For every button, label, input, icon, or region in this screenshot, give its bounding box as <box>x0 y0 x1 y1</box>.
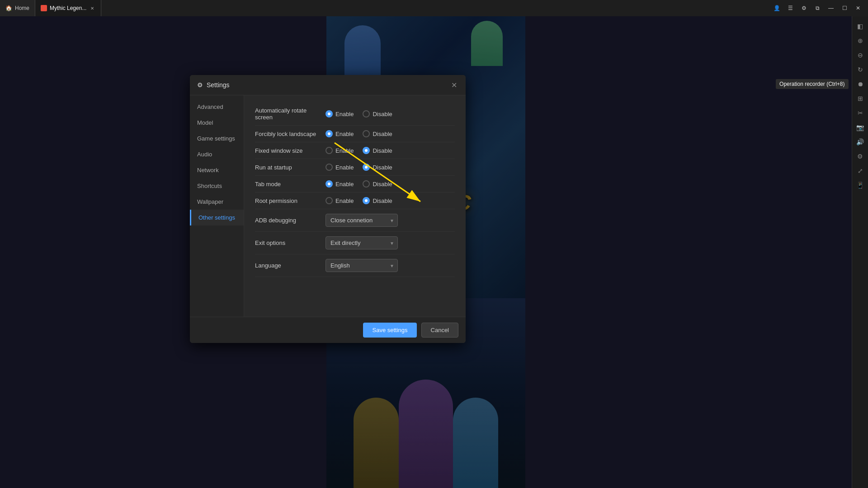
adb-debugging-label: ADB debugging <box>255 217 318 224</box>
run-startup-disable-radio[interactable] <box>363 164 370 171</box>
minimize-button[interactable]: — <box>825 4 837 13</box>
auto-rotate-enable[interactable]: Enable <box>326 110 354 117</box>
rotate-button[interactable]: ↻ <box>854 63 867 76</box>
run-startup-label: Run at startup <box>255 164 318 171</box>
run-startup-enable-radio[interactable] <box>326 164 333 171</box>
root-permission-enable[interactable]: Enable <box>326 197 354 204</box>
root-permission-controls: Enable Disable <box>326 197 455 204</box>
fixed-window-enable[interactable]: Enable <box>326 147 354 154</box>
nav-item-wallpaper[interactable]: Wallpaper <box>190 194 244 210</box>
fixed-window-enable-radio[interactable] <box>326 147 333 154</box>
settings-side-icon: ⚙ <box>857 153 863 160</box>
nav-item-shortcuts[interactable]: Shortcuts <box>190 178 244 194</box>
setting-auto-rotate: Automatically rotate screen Enable Disab… <box>255 103 455 126</box>
scissors-icon: ✂ <box>858 109 863 117</box>
grid-button[interactable]: ⊞ <box>854 92 867 105</box>
settings-gear-icon: ⚙ <box>197 81 203 89</box>
nav-item-other-settings[interactable]: Other settings <box>190 210 244 225</box>
run-startup-disable[interactable]: Disable <box>363 164 392 171</box>
exit-options-select[interactable]: Exit directly Minimize to tray Ask every… <box>326 236 398 249</box>
forcibly-lock-disable[interactable]: Disable <box>363 130 392 137</box>
settings-side-button[interactable]: ⚙ <box>854 150 867 163</box>
setting-tab-mode: Tab mode Enable Disable <box>255 176 455 192</box>
auto-rotate-disable-radio[interactable] <box>363 110 370 117</box>
adb-debugging-controls: Close connetion Open connection ▼ <box>326 214 455 227</box>
user-profile-button[interactable]: 👤 <box>770 4 783 13</box>
adb-debugging-select[interactable]: Close connetion Open connection <box>326 214 398 227</box>
root-permission-disable-radio[interactable] <box>363 197 370 204</box>
tab-mode-disable-radio[interactable] <box>363 180 370 188</box>
settings-button[interactable]: ⚙ <box>797 4 810 13</box>
tab-mythic-label: Mythic Legen... <box>50 5 86 11</box>
close-button[interactable]: ✕ <box>852 4 864 13</box>
fixed-window-disable[interactable]: Disable <box>363 147 392 154</box>
camera-icon: 📷 <box>856 124 864 131</box>
sidebar-toggle-icon: ◧ <box>857 23 863 30</box>
tab-mode-enable-label: Enable <box>335 181 354 188</box>
forcibly-lock-enable[interactable]: Enable <box>326 130 354 137</box>
dialog-title-area: ⚙ Settings <box>197 81 230 89</box>
resize-button[interactable]: ⤢ <box>854 164 867 177</box>
scissors-button[interactable]: ✂ <box>854 107 867 119</box>
tab-mythic[interactable]: Mythic Legen... ✕ <box>35 0 101 16</box>
fixed-window-enable-label: Enable <box>335 147 354 154</box>
fixed-window-disable-label: Disable <box>373 147 392 154</box>
sidebar-toggle-button[interactable]: ◧ <box>854 20 867 33</box>
tab-close-button[interactable]: ✕ <box>89 5 95 11</box>
setting-language: Language English Chinese Japanese Korean… <box>255 254 455 277</box>
pip-button[interactable]: ⧉ <box>811 4 824 13</box>
language-select[interactable]: English Chinese Japanese Korean <box>326 259 398 272</box>
language-dropdown-wrapper: English Chinese Japanese Korean ▼ <box>326 259 398 272</box>
phone-button[interactable]: 📱 <box>854 179 867 192</box>
nav-item-network[interactable]: Network <box>190 162 244 178</box>
tab-mode-enable[interactable]: Enable <box>326 180 354 188</box>
nav-item-advanced[interactable]: Advanced <box>190 99 244 115</box>
exit-options-controls: Exit directly Minimize to tray Ask every… <box>326 236 455 249</box>
tab-mode-label: Tab mode <box>255 181 318 188</box>
tab-bar: 🏠 Home Mythic Legen... ✕ <box>0 0 767 16</box>
fixed-window-disable-radio[interactable] <box>363 147 370 154</box>
tab-mode-controls: Enable Disable <box>326 180 455 188</box>
auto-rotate-label: Automatically rotate screen <box>255 107 318 121</box>
dialog-close-button[interactable]: ✕ <box>449 80 458 89</box>
save-settings-button[interactable]: Save settings <box>363 323 416 338</box>
dialog-footer: Save settings Cancel <box>190 317 466 343</box>
settings-nav: Advanced Model Game settings Audio Netwo… <box>190 95 244 317</box>
tab-mode-enable-radio[interactable] <box>326 180 333 188</box>
nav-item-model[interactable]: Model <box>190 115 244 131</box>
cancel-button[interactable]: Cancel <box>421 323 458 338</box>
zoom-in-button[interactable]: ⊕ <box>854 34 867 47</box>
nav-item-audio[interactable]: Audio <box>190 146 244 162</box>
forcibly-lock-enable-radio[interactable] <box>326 130 333 137</box>
setting-adb-debugging: ADB debugging Close connetion Open conne… <box>255 209 455 232</box>
language-label: Language <box>255 262 318 269</box>
zoom-out-icon: ⊖ <box>858 52 863 59</box>
run-startup-enable[interactable]: Enable <box>326 164 354 171</box>
tab-home[interactable]: 🏠 Home <box>0 0 35 16</box>
settings-content-panel: Automatically rotate screen Enable Disab… <box>244 95 466 317</box>
operation-recorder-button[interactable]: ⏺ Operation recorder (Ctrl+8) <box>854 78 867 90</box>
root-permission-enable-radio[interactable] <box>326 197 333 204</box>
zoom-in-icon: ⊕ <box>858 37 863 44</box>
setting-fixed-window: Fixed window size Enable Disable <box>255 142 455 159</box>
maximize-button[interactable]: ☐ <box>838 4 851 13</box>
zoom-out-button[interactable]: ⊖ <box>854 49 867 61</box>
setting-exit-options: Exit options Exit directly Minimize to t… <box>255 232 455 254</box>
nav-item-game-settings[interactable]: Game settings <box>190 131 244 146</box>
setting-forcibly-lock: Forcibly lock landscape Enable Disable <box>255 126 455 142</box>
tab-home-label: Home <box>15 5 29 11</box>
tab-mode-disable[interactable]: Disable <box>363 180 392 188</box>
forcibly-lock-disable-radio[interactable] <box>363 130 370 137</box>
root-permission-disable-label: Disable <box>373 197 392 204</box>
volume-button[interactable]: 🔊 <box>854 136 867 148</box>
auto-rotate-enable-label: Enable <box>335 111 354 117</box>
rotate-icon: ↻ <box>858 66 863 73</box>
root-permission-disable[interactable]: Disable <box>363 197 392 204</box>
fixed-window-controls: Enable Disable <box>326 147 455 154</box>
menu-button[interactable]: ☰ <box>784 4 797 13</box>
auto-rotate-disable[interactable]: Disable <box>363 110 392 117</box>
camera-button[interactable]: 📷 <box>854 121 867 134</box>
phone-icon: 📱 <box>856 182 864 189</box>
auto-rotate-enable-radio[interactable] <box>326 110 333 117</box>
resize-icon: ⤢ <box>858 167 863 174</box>
